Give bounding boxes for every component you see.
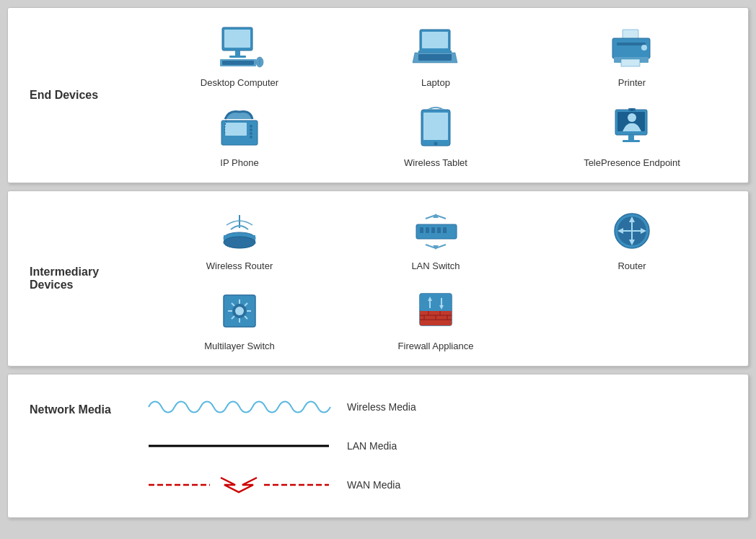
media-lan: LAN Media bbox=[145, 435, 726, 457]
lan-switch-icon bbox=[410, 206, 461, 256]
svg-rect-75 bbox=[420, 294, 452, 311]
svg-point-37 bbox=[224, 237, 255, 248]
media-wan: WAN Media bbox=[145, 474, 726, 496]
lan-media-label: LAN Media bbox=[347, 440, 397, 452]
lan-switch-label: LAN Switch bbox=[411, 260, 460, 271]
device-lan-switch: LAN Switch bbox=[341, 206, 530, 271]
printer-label: Printer bbox=[618, 77, 646, 88]
desktop-label: Desktop Computer bbox=[201, 77, 278, 88]
svg-rect-14 bbox=[617, 43, 646, 45]
multilayer-switch-label: Multilayer Switch bbox=[204, 341, 275, 351]
lan-media-line bbox=[145, 435, 333, 457]
end-devices-section: End Devices Desk bbox=[7, 7, 749, 183]
svg-point-56 bbox=[235, 307, 244, 315]
svg-rect-1 bbox=[224, 30, 250, 48]
end-devices-label: End Devices bbox=[30, 89, 145, 102]
device-router: Router bbox=[537, 206, 726, 271]
svg-rect-41 bbox=[431, 227, 435, 233]
svg-rect-30 bbox=[628, 135, 634, 141]
wireless-media-line bbox=[145, 396, 333, 418]
tablet-label: Wireless Tablet bbox=[404, 157, 467, 168]
firewall-label: Firewall Appliance bbox=[398, 341, 474, 351]
svg-rect-40 bbox=[426, 227, 429, 233]
svg-rect-10 bbox=[418, 51, 452, 53]
telepresence-label: TelePresence Endpoint bbox=[584, 157, 680, 168]
device-tablet: Wireless Tablet bbox=[341, 102, 530, 168]
router-icon bbox=[607, 206, 657, 256]
svg-rect-67 bbox=[420, 324, 452, 325]
svg-point-26 bbox=[434, 142, 438, 146]
tablet-icon bbox=[410, 102, 461, 153]
device-ipphone: IP Phone bbox=[145, 102, 334, 168]
device-firewall: Firewall Appliance bbox=[341, 286, 530, 351]
multilayer-switch-icon bbox=[214, 286, 265, 336]
svg-rect-43 bbox=[443, 227, 447, 233]
ipphone-icon bbox=[214, 102, 265, 153]
network-media-section: Network Media Wireless Media LAN Media bbox=[7, 374, 749, 518]
svg-rect-11 bbox=[418, 54, 452, 61]
svg-rect-16 bbox=[621, 59, 640, 66]
wireless-media-label: Wireless Media bbox=[347, 401, 416, 413]
svg-point-22 bbox=[250, 132, 252, 135]
svg-rect-42 bbox=[437, 227, 441, 233]
device-desktop: Desktop Computer bbox=[145, 22, 334, 88]
printer-icon bbox=[607, 22, 657, 73]
network-media-label: Network Media bbox=[30, 396, 145, 416]
svg-rect-31 bbox=[623, 140, 640, 142]
telepresence-icon bbox=[607, 102, 657, 153]
svg-point-17 bbox=[641, 45, 647, 51]
device-printer: Printer bbox=[537, 22, 726, 88]
wireless-router-icon bbox=[214, 206, 265, 256]
firewall-icon bbox=[410, 286, 461, 336]
svg-point-33 bbox=[630, 108, 633, 111]
svg-rect-3 bbox=[229, 56, 246, 58]
device-empty bbox=[537, 286, 726, 351]
device-multilayer-switch: Multilayer Switch bbox=[145, 286, 334, 351]
end-devices-grid: Desktop Computer Laptop bbox=[145, 22, 726, 168]
intermediary-devices-grid: Wireless Router bbox=[145, 206, 726, 351]
device-wireless-router: Wireless Router bbox=[145, 206, 334, 271]
device-laptop: Laptop bbox=[341, 22, 530, 88]
desktop-icon bbox=[214, 22, 265, 73]
media-grid: Wireless Media LAN Media W bbox=[145, 396, 726, 496]
svg-rect-5 bbox=[222, 61, 254, 65]
svg-point-29 bbox=[628, 113, 636, 122]
laptop-label: Laptop bbox=[421, 77, 450, 88]
svg-point-21 bbox=[250, 128, 252, 131]
svg-rect-9 bbox=[422, 32, 448, 48]
intermediary-devices-label: Intermediary Devices bbox=[30, 266, 145, 292]
svg-rect-2 bbox=[235, 51, 240, 56]
svg-rect-25 bbox=[423, 113, 448, 140]
media-wireless: Wireless Media bbox=[145, 396, 726, 418]
wireless-router-label: Wireless Router bbox=[206, 260, 273, 271]
wan-media-label: WAN Media bbox=[347, 479, 400, 491]
svg-point-23 bbox=[250, 136, 252, 139]
wan-media-line bbox=[145, 474, 333, 496]
intermediary-devices-section: Intermediary Devices Wireless Router bbox=[7, 190, 749, 367]
svg-point-20 bbox=[250, 125, 252, 128]
device-telepresence: TelePresence Endpoint bbox=[537, 102, 726, 168]
router-label: Router bbox=[617, 260, 646, 271]
laptop-icon bbox=[410, 22, 461, 73]
svg-rect-19 bbox=[225, 123, 247, 136]
ipphone-label: IP Phone bbox=[220, 157, 258, 168]
svg-rect-39 bbox=[420, 227, 423, 233]
